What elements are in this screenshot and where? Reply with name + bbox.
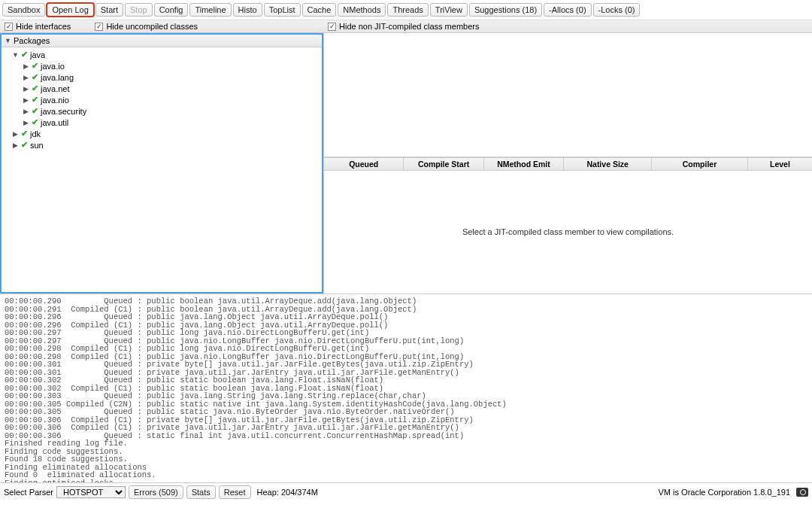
tree-label: java.io xyxy=(41,62,65,71)
triangle-down-icon: ▼ xyxy=(12,51,19,59)
check-icon: ✔ xyxy=(21,129,28,138)
main-row: ▼ Packages ▼ ✔ java ▶ ✔ java.io ▶ ✔ java… xyxy=(0,33,812,294)
check-icon: ✔ xyxy=(32,117,38,127)
packages-tree[interactable]: ▼ ✔ java ▶ ✔ java.io ▶ ✔ java.lang ▶ ✔ j… xyxy=(2,47,322,292)
log-panel[interactable]: 00:00:00.290 Queued : public boolean jav… xyxy=(0,294,812,482)
check-icon: ✔ xyxy=(32,106,38,116)
packages-panel: ▼ Packages ▼ ✔ java ▶ ✔ java.io ▶ ✔ java… xyxy=(0,33,323,294)
triangle-right-icon: ▶ xyxy=(23,85,29,93)
toolbar: Sandbox Open Log Start Stop Config Timel… xyxy=(0,0,812,20)
hide-uncompiled-checkbox[interactable]: ✓ Hide uncompiled classes xyxy=(90,20,202,32)
sandbox-button[interactable]: Sandbox xyxy=(2,3,45,17)
triangle-right-icon: ▶ xyxy=(23,74,29,81)
filter-row: ✓ Hide interfaces ✓ Hide uncompiled clas… xyxy=(0,20,812,33)
triangle-right-icon: ▶ xyxy=(23,119,29,126)
check-icon: ✔ xyxy=(21,50,28,59)
suggestions-button[interactable]: Suggestions (18) xyxy=(469,3,542,17)
checkmark-icon: ✓ xyxy=(95,23,103,31)
open-log-button[interactable]: Open Log xyxy=(47,3,93,17)
hide-nonjit-checkbox[interactable]: ✓ Hide non JIT-compiled class members xyxy=(323,20,483,32)
tree-label: java.security xyxy=(41,107,86,116)
errors-button[interactable]: Errors (509) xyxy=(129,485,183,499)
hide-uncompiled-label: Hide uncompiled classes xyxy=(106,22,198,31)
tree-node[interactable]: ▶ ✔ java.lang xyxy=(3,71,320,83)
status-bar: Select Parser HOTSPOT Errors (509) Stats… xyxy=(0,482,812,501)
parser-select[interactable]: HOTSPOT xyxy=(56,486,126,498)
select-parser-label: Select Parser xyxy=(4,488,53,497)
tree-node[interactable]: ▶ ✔ java.net xyxy=(3,83,320,94)
heap-label: Heap: 204/374M xyxy=(257,488,318,497)
col-level[interactable]: Level xyxy=(748,158,812,170)
camera-icon[interactable] xyxy=(796,488,808,497)
hide-interfaces-label: Hide interfaces xyxy=(16,22,71,31)
tree-label: jdk xyxy=(30,129,41,138)
check-icon: ✔ xyxy=(32,95,38,105)
col-compiler[interactable]: Compiler xyxy=(652,158,748,170)
hide-interfaces-checkbox[interactable]: ✓ Hide interfaces xyxy=(0,20,75,32)
compilations-body: Select a JIT-compiled class member to vi… xyxy=(324,171,812,294)
tree-node[interactable]: ▶ ✔ java.io xyxy=(3,60,320,71)
locks-button[interactable]: -Locks (0) xyxy=(593,3,641,17)
right-panel: Queued Compile Start NMethod Emit Native… xyxy=(323,33,812,294)
packages-header-label: Packages xyxy=(14,36,50,45)
histo-button[interactable]: Histo xyxy=(233,3,262,17)
check-icon: ✔ xyxy=(32,61,38,71)
stop-button[interactable]: Stop xyxy=(125,3,153,17)
triangle-right-icon: ▶ xyxy=(12,141,19,149)
nmethods-button[interactable]: NMethods xyxy=(338,3,386,17)
tree-node-sun[interactable]: ▶ ✔ sun xyxy=(3,139,320,151)
check-icon: ✔ xyxy=(32,84,38,93)
compilations-placeholder: Select a JIT-compiled class member to vi… xyxy=(324,171,812,294)
packages-header[interactable]: ▼ Packages xyxy=(2,35,322,47)
triangle-right-icon: ▶ xyxy=(12,130,19,138)
col-queued[interactable]: Queued xyxy=(324,158,404,170)
triview-button[interactable]: TriView xyxy=(430,3,468,17)
stats-button[interactable]: Stats xyxy=(186,485,216,499)
col-nmethod-emit[interactable]: NMethod Emit xyxy=(484,158,564,170)
timeline-button[interactable]: Timeline xyxy=(189,3,231,17)
triangle-right-icon: ▶ xyxy=(23,96,29,104)
check-icon: ✔ xyxy=(21,140,28,150)
tree-node[interactable]: ▶ ✔ java.security xyxy=(3,105,320,117)
triangle-right-icon: ▶ xyxy=(23,62,29,70)
tree-label: java.lang xyxy=(41,73,74,82)
tree-node[interactable]: ▶ ✔ java.nio xyxy=(3,94,320,105)
col-compile-start[interactable]: Compile Start xyxy=(404,158,483,170)
tree-label: java xyxy=(30,50,45,59)
config-button[interactable]: Config xyxy=(154,3,189,17)
start-button[interactable]: Start xyxy=(95,3,123,17)
triangle-down-icon: ▼ xyxy=(5,37,11,44)
triangle-right-icon: ▶ xyxy=(23,108,29,115)
cache-button[interactable]: Cache xyxy=(302,3,337,17)
threads-button[interactable]: Threads xyxy=(387,3,428,17)
tree-label: java.net xyxy=(41,84,70,93)
tree-node-jdk[interactable]: ▶ ✔ jdk xyxy=(3,128,320,139)
tree-node-java[interactable]: ▼ ✔ java xyxy=(3,49,320,60)
tree-node[interactable]: ▶ ✔ java.util xyxy=(3,117,320,128)
check-icon: ✔ xyxy=(32,72,38,82)
checkmark-icon: ✓ xyxy=(328,23,336,31)
checkmark-icon: ✓ xyxy=(5,23,13,31)
hide-nonjit-label: Hide non JIT-compiled class members xyxy=(339,22,479,31)
toplist-button[interactable]: TopList xyxy=(264,3,301,17)
allocs-button[interactable]: -Allocs (0) xyxy=(544,3,592,17)
reset-button[interactable]: Reset xyxy=(219,485,251,499)
members-panel[interactable] xyxy=(324,33,812,157)
tree-label: java.util xyxy=(41,118,68,127)
col-native-size[interactable]: Native Size xyxy=(564,158,652,170)
tree-label: sun xyxy=(30,141,44,150)
compilations-table-header: Queued Compile Start NMethod Emit Native… xyxy=(324,157,812,171)
vm-label: VM is Oracle Corporation 1.8.0_191 xyxy=(659,488,790,497)
log-text: 00:00:00.290 Queued : public boolean jav… xyxy=(0,294,812,482)
tree-label: java.nio xyxy=(41,96,69,105)
